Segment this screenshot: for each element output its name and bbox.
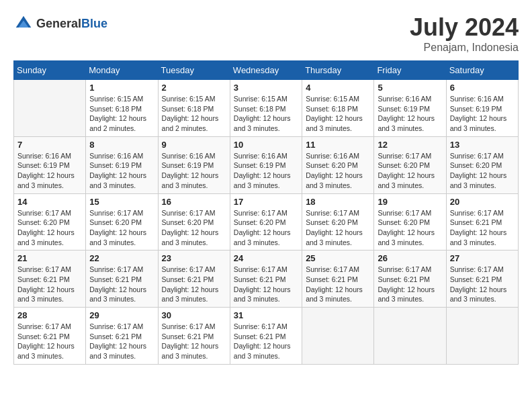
day-number: 19 (378, 197, 442, 207)
calendar-cell: 27Sunrise: 6:17 AM Sunset: 6:21 PM Dayli… (446, 250, 518, 308)
calendar-cell: 17Sunrise: 6:17 AM Sunset: 6:20 PM Dayli… (230, 193, 302, 250)
day-number: 31 (234, 310, 298, 320)
day-info: Sunrise: 6:17 AM Sunset: 6:20 PM Dayligh… (17, 208, 82, 248)
day-info: Sunrise: 6:16 AM Sunset: 6:19 PM Dayligh… (17, 151, 82, 191)
calendar-cell: 24Sunrise: 6:17 AM Sunset: 6:21 PM Dayli… (230, 250, 302, 308)
day-number: 26 (378, 253, 442, 263)
calendar-cell: 8Sunrise: 6:16 AM Sunset: 6:19 PM Daylig… (86, 136, 158, 193)
day-info: Sunrise: 6:17 AM Sunset: 6:20 PM Dayligh… (378, 208, 442, 248)
calendar-cell: 1Sunrise: 6:15 AM Sunset: 6:18 PM Daylig… (86, 80, 158, 137)
day-info: Sunrise: 6:17 AM Sunset: 6:21 PM Dayligh… (450, 265, 515, 304)
calendar-week-row: 7Sunrise: 6:16 AM Sunset: 6:19 PM Daylig… (14, 136, 519, 193)
calendar-cell: 18Sunrise: 6:17 AM Sunset: 6:20 PM Dayli… (302, 193, 374, 250)
calendar-cell: 26Sunrise: 6:17 AM Sunset: 6:21 PM Dayli… (374, 250, 446, 308)
day-info: Sunrise: 6:17 AM Sunset: 6:20 PM Dayligh… (234, 208, 298, 248)
day-number: 7 (17, 140, 82, 150)
day-number: 25 (306, 253, 370, 263)
logo-text: GeneralBlue (36, 17, 107, 31)
day-info: Sunrise: 6:16 AM Sunset: 6:19 PM Dayligh… (234, 151, 298, 191)
day-info: Sunrise: 6:17 AM Sunset: 6:21 PM Dayligh… (378, 265, 442, 304)
calendar-cell: 2Sunrise: 6:15 AM Sunset: 6:18 PM Daylig… (158, 80, 230, 137)
calendar-cell: 13Sunrise: 6:17 AM Sunset: 6:20 PM Dayli… (446, 136, 518, 193)
weekday-header: Saturday (446, 61, 518, 80)
calendar-cell: 6Sunrise: 6:16 AM Sunset: 6:19 PM Daylig… (446, 80, 518, 137)
day-number: 17 (234, 197, 298, 207)
day-info: Sunrise: 6:17 AM Sunset: 6:21 PM Dayligh… (89, 322, 154, 361)
weekday-header: Monday (86, 61, 158, 80)
calendar-cell: 25Sunrise: 6:17 AM Sunset: 6:21 PM Dayli… (302, 250, 374, 308)
day-info: Sunrise: 6:17 AM Sunset: 6:20 PM Dayligh… (89, 208, 154, 248)
weekday-header: Thursday (302, 61, 374, 80)
day-number: 13 (450, 140, 515, 150)
calendar-week-row: 21Sunrise: 6:17 AM Sunset: 6:21 PM Dayli… (14, 250, 519, 308)
weekday-header: Wednesday (230, 61, 302, 80)
calendar-table: SundayMondayTuesdayWednesdayThursdayFrid… (13, 60, 519, 365)
day-number: 24 (234, 253, 298, 263)
calendar-cell: 3Sunrise: 6:15 AM Sunset: 6:18 PM Daylig… (230, 80, 302, 137)
calendar-cell: 11Sunrise: 6:16 AM Sunset: 6:20 PM Dayli… (302, 136, 374, 193)
weekday-header: Friday (374, 61, 446, 80)
location-title: Penajam, Indonesia (410, 42, 519, 54)
day-info: Sunrise: 6:17 AM Sunset: 6:20 PM Dayligh… (306, 208, 370, 248)
day-number: 23 (162, 253, 226, 263)
day-number: 12 (378, 140, 442, 150)
day-number: 15 (89, 197, 154, 207)
day-number: 14 (17, 197, 82, 207)
day-info: Sunrise: 6:16 AM Sunset: 6:19 PM Dayligh… (450, 94, 515, 134)
day-info: Sunrise: 6:15 AM Sunset: 6:18 PM Dayligh… (306, 94, 370, 134)
day-info: Sunrise: 6:16 AM Sunset: 6:19 PM Dayligh… (89, 151, 154, 191)
calendar-cell: 4Sunrise: 6:15 AM Sunset: 6:18 PM Daylig… (302, 80, 374, 137)
calendar-week-row: 28Sunrise: 6:17 AM Sunset: 6:21 PM Dayli… (14, 308, 519, 365)
logo: GeneralBlue (13, 13, 107, 34)
page-header: GeneralBlue July 2024 Penajam, Indonesia (13, 13, 519, 54)
day-number: 21 (17, 253, 82, 263)
day-info: Sunrise: 6:17 AM Sunset: 6:20 PM Dayligh… (162, 208, 226, 248)
calendar-cell (446, 308, 518, 365)
day-number: 8 (89, 140, 154, 150)
calendar-cell: 16Sunrise: 6:17 AM Sunset: 6:20 PM Dayli… (158, 193, 230, 250)
calendar-cell: 20Sunrise: 6:17 AM Sunset: 6:21 PM Dayli… (446, 193, 518, 250)
day-info: Sunrise: 6:17 AM Sunset: 6:20 PM Dayligh… (450, 151, 515, 191)
title-block: July 2024 Penajam, Indonesia (410, 13, 519, 54)
day-info: Sunrise: 6:17 AM Sunset: 6:21 PM Dayligh… (234, 322, 298, 361)
calendar-week-row: 1Sunrise: 6:15 AM Sunset: 6:18 PM Daylig… (14, 80, 519, 137)
day-number: 10 (234, 140, 298, 150)
day-info: Sunrise: 6:15 AM Sunset: 6:18 PM Dayligh… (234, 94, 298, 134)
day-number: 6 (450, 83, 515, 93)
calendar-cell: 22Sunrise: 6:17 AM Sunset: 6:21 PM Dayli… (86, 250, 158, 308)
day-info: Sunrise: 6:16 AM Sunset: 6:20 PM Dayligh… (306, 151, 370, 191)
calendar-cell: 12Sunrise: 6:17 AM Sunset: 6:20 PM Dayli… (374, 136, 446, 193)
calendar-cell: 19Sunrise: 6:17 AM Sunset: 6:20 PM Dayli… (374, 193, 446, 250)
day-number: 9 (162, 140, 226, 150)
calendar-cell: 5Sunrise: 6:16 AM Sunset: 6:19 PM Daylig… (374, 80, 446, 137)
day-number: 1 (89, 83, 154, 93)
logo-blue: Blue (81, 17, 107, 30)
day-info: Sunrise: 6:17 AM Sunset: 6:21 PM Dayligh… (234, 265, 298, 304)
day-info: Sunrise: 6:17 AM Sunset: 6:20 PM Dayligh… (378, 151, 442, 191)
day-number: 11 (306, 140, 370, 150)
day-info: Sunrise: 6:15 AM Sunset: 6:18 PM Dayligh… (162, 94, 226, 134)
logo-icon (13, 13, 34, 34)
calendar-cell: 14Sunrise: 6:17 AM Sunset: 6:20 PM Dayli… (14, 193, 86, 250)
day-info: Sunrise: 6:17 AM Sunset: 6:21 PM Dayligh… (17, 265, 82, 304)
calendar-header-row: SundayMondayTuesdayWednesdayThursdayFrid… (14, 61, 519, 80)
day-number: 27 (450, 253, 515, 263)
calendar-cell: 15Sunrise: 6:17 AM Sunset: 6:20 PM Dayli… (86, 193, 158, 250)
day-number: 28 (17, 310, 82, 320)
day-info: Sunrise: 6:16 AM Sunset: 6:19 PM Dayligh… (162, 151, 226, 191)
calendar-cell: 30Sunrise: 6:17 AM Sunset: 6:21 PM Dayli… (158, 308, 230, 365)
day-number: 18 (306, 197, 370, 207)
calendar-cell: 31Sunrise: 6:17 AM Sunset: 6:21 PM Dayli… (230, 308, 302, 365)
day-number: 30 (162, 310, 226, 320)
day-info: Sunrise: 6:17 AM Sunset: 6:21 PM Dayligh… (162, 265, 226, 304)
day-info: Sunrise: 6:17 AM Sunset: 6:21 PM Dayligh… (306, 265, 370, 304)
day-info: Sunrise: 6:16 AM Sunset: 6:19 PM Dayligh… (378, 94, 442, 134)
calendar-cell: 9Sunrise: 6:16 AM Sunset: 6:19 PM Daylig… (158, 136, 230, 193)
day-info: Sunrise: 6:17 AM Sunset: 6:21 PM Dayligh… (89, 265, 154, 304)
calendar-cell: 29Sunrise: 6:17 AM Sunset: 6:21 PM Dayli… (86, 308, 158, 365)
calendar-cell (374, 308, 446, 365)
day-info: Sunrise: 6:17 AM Sunset: 6:21 PM Dayligh… (162, 322, 226, 361)
day-number: 2 (162, 83, 226, 93)
day-number: 16 (162, 197, 226, 207)
day-info: Sunrise: 6:17 AM Sunset: 6:21 PM Dayligh… (17, 322, 82, 361)
